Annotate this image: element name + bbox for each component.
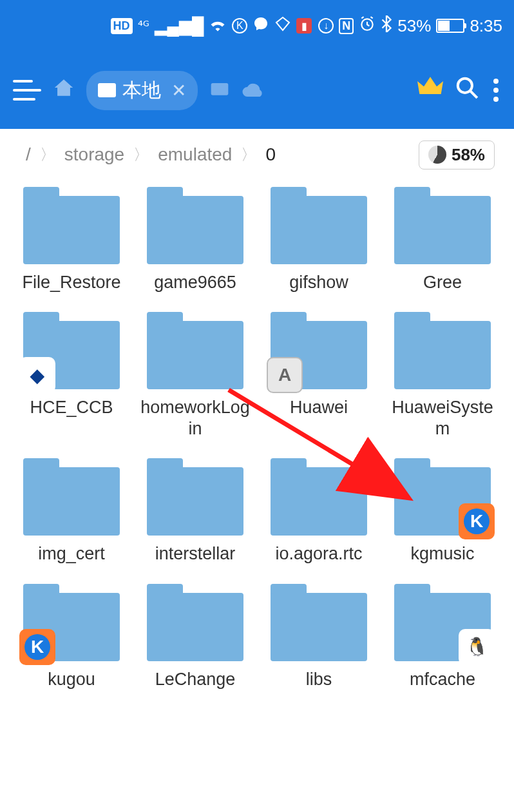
folder-icon bbox=[394, 312, 491, 389]
folder-label: kugou bbox=[48, 669, 95, 690]
signal-bars-icon: ▂▄▆█ bbox=[155, 16, 204, 36]
status-icons-left: HD ⁴ᴳ ▂▄▆█ K ▮ bbox=[111, 16, 312, 36]
folder-icon bbox=[271, 187, 367, 264]
storage-percent: 58% bbox=[452, 145, 485, 165]
folder-item[interactable]: HuaweiSystem bbox=[384, 312, 501, 439]
app-toolbar: 本地 ✕ bbox=[0, 52, 514, 129]
folder-item[interactable]: interstellar bbox=[137, 458, 254, 564]
tab-label: 本地 bbox=[122, 77, 161, 104]
svg-line-3 bbox=[470, 90, 477, 97]
folder-item[interactable]: img_cert bbox=[13, 458, 130, 564]
folder-icon: K bbox=[23, 584, 120, 661]
search-icon[interactable] bbox=[455, 75, 479, 106]
folder-item[interactable]: AHuawei bbox=[260, 312, 377, 439]
folder-label: gifshow bbox=[289, 272, 348, 293]
folder-icon bbox=[394, 187, 491, 264]
chat-bubble-icon bbox=[252, 16, 269, 36]
folder-label: kgmusic bbox=[410, 543, 474, 564]
folder-icon bbox=[147, 584, 243, 661]
folder-icon bbox=[23, 458, 120, 536]
folder-label: HCE_CCB bbox=[30, 397, 113, 418]
folder-label: mfcache bbox=[410, 669, 475, 690]
folder-item[interactable]: Kkgmusic bbox=[384, 458, 501, 564]
nfc-icon: N bbox=[339, 18, 354, 34]
folder-icon: K bbox=[394, 458, 491, 536]
folder-item[interactable]: LeChange bbox=[137, 584, 254, 690]
folder-item[interactable]: gifshow bbox=[260, 187, 377, 293]
folder-item[interactable]: Gree bbox=[384, 187, 501, 293]
folder-label: io.agora.rtc bbox=[275, 543, 362, 564]
folder-item[interactable]: ◆HCE_CCB bbox=[13, 312, 130, 439]
folder-item[interactable]: File_Restore bbox=[13, 187, 130, 293]
folder-label: interstellar bbox=[155, 543, 236, 564]
folder-item[interactable]: Kkugou bbox=[13, 584, 130, 690]
folder-app-badge: A bbox=[267, 357, 303, 393]
folder-app-badge: ◆ bbox=[19, 357, 55, 393]
bluetooth-icon bbox=[381, 15, 392, 37]
tab-local[interactable]: 本地 ✕ bbox=[86, 71, 198, 110]
folder-icon bbox=[147, 458, 243, 536]
battery-icon bbox=[436, 19, 464, 33]
folder-label: LeChange bbox=[155, 669, 236, 690]
storage-usage-button[interactable]: 58% bbox=[419, 140, 495, 169]
crumb-storage[interactable]: storage bbox=[64, 144, 124, 165]
close-tab-icon[interactable]: ✕ bbox=[171, 80, 186, 101]
folder-icon bbox=[147, 187, 243, 264]
alarm-icon bbox=[359, 15, 376, 37]
diamond-icon bbox=[274, 16, 291, 36]
battery-percent: 53% bbox=[397, 16, 431, 36]
folder-label: File_Restore bbox=[22, 272, 120, 293]
download-circle-icon: ↓ bbox=[318, 18, 334, 34]
folder-item[interactable]: game9665 bbox=[137, 187, 254, 293]
folder-item[interactable]: homeworkLogin bbox=[137, 312, 254, 439]
folder-icon bbox=[271, 458, 367, 536]
svg-rect-1 bbox=[211, 83, 229, 95]
sd-card-icon bbox=[98, 83, 116, 97]
book-app-icon: ▮ bbox=[296, 18, 312, 34]
status-bar: HD ⁴ᴳ ▂▄▆█ K ▮ ↓ N 53% 8:35 bbox=[0, 0, 514, 52]
cloud-icon[interactable] bbox=[242, 79, 265, 102]
folder-label: game9665 bbox=[154, 272, 236, 293]
folder-icon: ◆ bbox=[23, 312, 120, 389]
folder-icon: 🐧 bbox=[394, 584, 491, 661]
folder-label: homeworkLogin bbox=[140, 397, 250, 439]
more-menu-button[interactable] bbox=[491, 76, 501, 104]
folder-label: libs bbox=[306, 669, 332, 690]
folder-app-badge: K bbox=[459, 503, 495, 539]
chevron-right-icon: 〉 bbox=[133, 144, 149, 165]
folder-icon bbox=[147, 312, 243, 389]
folder-app-badge: K bbox=[19, 629, 55, 665]
clock: 8:35 bbox=[470, 16, 502, 36]
crown-icon[interactable] bbox=[417, 77, 443, 104]
folder-item[interactable]: 🐧mfcache bbox=[384, 584, 501, 690]
library-icon[interactable] bbox=[209, 79, 230, 102]
menu-button[interactable] bbox=[13, 80, 41, 101]
app-circle-k-icon: K bbox=[232, 18, 247, 34]
crumb-current: 0 bbox=[265, 144, 276, 165]
folder-grid: File_Restoregame9665gifshowGree◆HCE_CCBh… bbox=[0, 180, 514, 696]
folder-label: Huawei bbox=[290, 397, 348, 418]
folder-item[interactable]: io.agora.rtc bbox=[260, 458, 377, 564]
folder-label: Gree bbox=[423, 272, 462, 293]
crumb-emulated[interactable]: emulated bbox=[158, 144, 232, 165]
crumb-root[interactable]: / bbox=[26, 144, 31, 165]
status-icons-right: ↓ N 53% 8:35 bbox=[318, 15, 502, 37]
wifi-icon bbox=[209, 16, 227, 36]
hd-indicator: HD bbox=[111, 18, 133, 34]
folder-app-badge: 🐧 bbox=[459, 629, 495, 665]
folder-icon: A bbox=[271, 312, 367, 389]
svg-point-2 bbox=[458, 78, 472, 92]
chevron-right-icon: 〉 bbox=[241, 144, 256, 165]
signal-4g-icon: ⁴ᴳ bbox=[138, 18, 149, 34]
pie-chart-icon bbox=[428, 146, 446, 164]
folder-label: HuaweiSystem bbox=[388, 397, 497, 439]
folder-icon bbox=[271, 584, 367, 661]
folder-item[interactable]: libs bbox=[260, 584, 377, 690]
folder-label: img_cert bbox=[38, 543, 105, 564]
home-icon[interactable] bbox=[53, 77, 75, 104]
breadcrumb: / 〉 storage 〉 emulated 〉 0 58% bbox=[0, 129, 514, 180]
folder-icon bbox=[23, 187, 120, 264]
chevron-right-icon: 〉 bbox=[40, 144, 55, 165]
